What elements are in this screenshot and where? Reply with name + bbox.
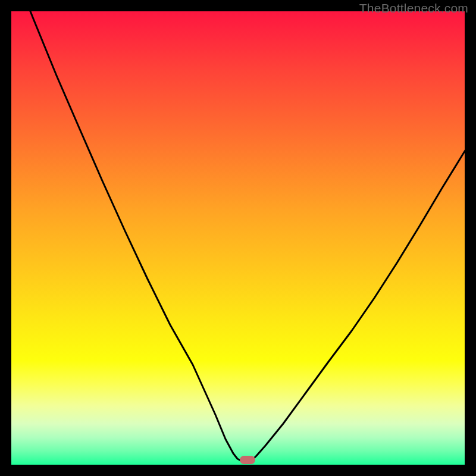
plot-gradient-background	[11, 11, 465, 465]
optimal-point-marker	[240, 456, 255, 464]
plot-frame	[11, 11, 465, 465]
watermark-text: TheBottleneck.com	[359, 1, 468, 15]
